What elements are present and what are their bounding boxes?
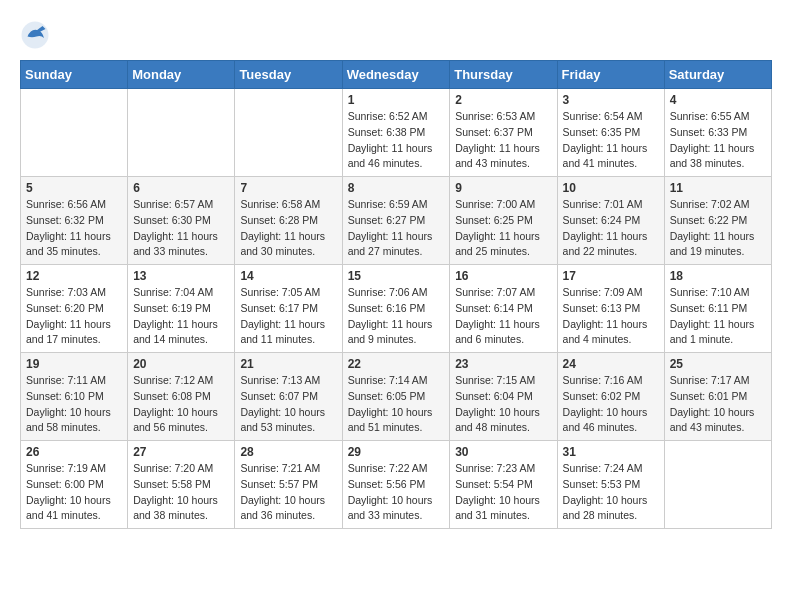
day-info: Sunrise: 7:11 AM Sunset: 6:10 PM Dayligh…: [26, 373, 122, 436]
calendar-cell: 3Sunrise: 6:54 AM Sunset: 6:35 PM Daylig…: [557, 89, 664, 177]
day-number: 5: [26, 181, 122, 195]
day-number: 17: [563, 269, 659, 283]
calendar-cell: [21, 89, 128, 177]
calendar-cell: [664, 441, 771, 529]
calendar-week-3: 12Sunrise: 7:03 AM Sunset: 6:20 PM Dayli…: [21, 265, 772, 353]
calendar-cell: [235, 89, 342, 177]
day-number: 23: [455, 357, 551, 371]
day-number: 22: [348, 357, 445, 371]
day-header-thursday: Thursday: [450, 61, 557, 89]
calendar-cell: 27Sunrise: 7:20 AM Sunset: 5:58 PM Dayli…: [128, 441, 235, 529]
calendar-cell: 22Sunrise: 7:14 AM Sunset: 6:05 PM Dayli…: [342, 353, 450, 441]
day-info: Sunrise: 7:09 AM Sunset: 6:13 PM Dayligh…: [563, 285, 659, 348]
calendar-cell: 29Sunrise: 7:22 AM Sunset: 5:56 PM Dayli…: [342, 441, 450, 529]
calendar-cell: 31Sunrise: 7:24 AM Sunset: 5:53 PM Dayli…: [557, 441, 664, 529]
day-number: 28: [240, 445, 336, 459]
day-number: 14: [240, 269, 336, 283]
day-header-monday: Monday: [128, 61, 235, 89]
day-number: 11: [670, 181, 766, 195]
calendar-week-5: 26Sunrise: 7:19 AM Sunset: 6:00 PM Dayli…: [21, 441, 772, 529]
day-number: 19: [26, 357, 122, 371]
day-number: 10: [563, 181, 659, 195]
day-info: Sunrise: 7:13 AM Sunset: 6:07 PM Dayligh…: [240, 373, 336, 436]
day-info: Sunrise: 7:15 AM Sunset: 6:04 PM Dayligh…: [455, 373, 551, 436]
calendar-cell: 17Sunrise: 7:09 AM Sunset: 6:13 PM Dayli…: [557, 265, 664, 353]
day-number: 8: [348, 181, 445, 195]
calendar-cell: 5Sunrise: 6:56 AM Sunset: 6:32 PM Daylig…: [21, 177, 128, 265]
day-info: Sunrise: 6:53 AM Sunset: 6:37 PM Dayligh…: [455, 109, 551, 172]
calendar-cell: 13Sunrise: 7:04 AM Sunset: 6:19 PM Dayli…: [128, 265, 235, 353]
calendar-cell: 19Sunrise: 7:11 AM Sunset: 6:10 PM Dayli…: [21, 353, 128, 441]
calendar-header-row: SundayMondayTuesdayWednesdayThursdayFrid…: [21, 61, 772, 89]
day-info: Sunrise: 7:01 AM Sunset: 6:24 PM Dayligh…: [563, 197, 659, 260]
day-number: 29: [348, 445, 445, 459]
day-number: 9: [455, 181, 551, 195]
day-info: Sunrise: 6:57 AM Sunset: 6:30 PM Dayligh…: [133, 197, 229, 260]
calendar-cell: 26Sunrise: 7:19 AM Sunset: 6:00 PM Dayli…: [21, 441, 128, 529]
day-number: 27: [133, 445, 229, 459]
day-header-sunday: Sunday: [21, 61, 128, 89]
day-number: 25: [670, 357, 766, 371]
calendar-week-4: 19Sunrise: 7:11 AM Sunset: 6:10 PM Dayli…: [21, 353, 772, 441]
calendar-cell: 2Sunrise: 6:53 AM Sunset: 6:37 PM Daylig…: [450, 89, 557, 177]
day-header-wednesday: Wednesday: [342, 61, 450, 89]
day-number: 13: [133, 269, 229, 283]
calendar-cell: 15Sunrise: 7:06 AM Sunset: 6:16 PM Dayli…: [342, 265, 450, 353]
calendar-cell: 23Sunrise: 7:15 AM Sunset: 6:04 PM Dayli…: [450, 353, 557, 441]
day-info: Sunrise: 7:00 AM Sunset: 6:25 PM Dayligh…: [455, 197, 551, 260]
day-info: Sunrise: 7:06 AM Sunset: 6:16 PM Dayligh…: [348, 285, 445, 348]
logo: [20, 20, 54, 50]
calendar-cell: 11Sunrise: 7:02 AM Sunset: 6:22 PM Dayli…: [664, 177, 771, 265]
calendar-cell: 30Sunrise: 7:23 AM Sunset: 5:54 PM Dayli…: [450, 441, 557, 529]
calendar-cell: 21Sunrise: 7:13 AM Sunset: 6:07 PM Dayli…: [235, 353, 342, 441]
calendar-cell: 18Sunrise: 7:10 AM Sunset: 6:11 PM Dayli…: [664, 265, 771, 353]
day-info: Sunrise: 7:17 AM Sunset: 6:01 PM Dayligh…: [670, 373, 766, 436]
calendar-cell: 12Sunrise: 7:03 AM Sunset: 6:20 PM Dayli…: [21, 265, 128, 353]
calendar-cell: 9Sunrise: 7:00 AM Sunset: 6:25 PM Daylig…: [450, 177, 557, 265]
calendar-cell: 4Sunrise: 6:55 AM Sunset: 6:33 PM Daylig…: [664, 89, 771, 177]
day-info: Sunrise: 7:16 AM Sunset: 6:02 PM Dayligh…: [563, 373, 659, 436]
day-number: 12: [26, 269, 122, 283]
calendar-cell: 14Sunrise: 7:05 AM Sunset: 6:17 PM Dayli…: [235, 265, 342, 353]
day-number: 7: [240, 181, 336, 195]
day-header-tuesday: Tuesday: [235, 61, 342, 89]
calendar: SundayMondayTuesdayWednesdayThursdayFrid…: [20, 60, 772, 529]
day-info: Sunrise: 6:52 AM Sunset: 6:38 PM Dayligh…: [348, 109, 445, 172]
day-number: 15: [348, 269, 445, 283]
day-number: 16: [455, 269, 551, 283]
page-header: [20, 20, 772, 50]
day-info: Sunrise: 7:20 AM Sunset: 5:58 PM Dayligh…: [133, 461, 229, 524]
day-info: Sunrise: 7:03 AM Sunset: 6:20 PM Dayligh…: [26, 285, 122, 348]
day-number: 30: [455, 445, 551, 459]
day-info: Sunrise: 7:22 AM Sunset: 5:56 PM Dayligh…: [348, 461, 445, 524]
day-header-saturday: Saturday: [664, 61, 771, 89]
day-number: 3: [563, 93, 659, 107]
day-info: Sunrise: 7:02 AM Sunset: 6:22 PM Dayligh…: [670, 197, 766, 260]
calendar-cell: 8Sunrise: 6:59 AM Sunset: 6:27 PM Daylig…: [342, 177, 450, 265]
day-number: 20: [133, 357, 229, 371]
day-info: Sunrise: 6:59 AM Sunset: 6:27 PM Dayligh…: [348, 197, 445, 260]
day-info: Sunrise: 7:04 AM Sunset: 6:19 PM Dayligh…: [133, 285, 229, 348]
calendar-week-2: 5Sunrise: 6:56 AM Sunset: 6:32 PM Daylig…: [21, 177, 772, 265]
day-info: Sunrise: 6:54 AM Sunset: 6:35 PM Dayligh…: [563, 109, 659, 172]
calendar-cell: 7Sunrise: 6:58 AM Sunset: 6:28 PM Daylig…: [235, 177, 342, 265]
day-info: Sunrise: 7:12 AM Sunset: 6:08 PM Dayligh…: [133, 373, 229, 436]
day-number: 4: [670, 93, 766, 107]
day-info: Sunrise: 7:23 AM Sunset: 5:54 PM Dayligh…: [455, 461, 551, 524]
day-number: 6: [133, 181, 229, 195]
calendar-cell: 28Sunrise: 7:21 AM Sunset: 5:57 PM Dayli…: [235, 441, 342, 529]
day-number: 26: [26, 445, 122, 459]
calendar-cell: 24Sunrise: 7:16 AM Sunset: 6:02 PM Dayli…: [557, 353, 664, 441]
day-info: Sunrise: 7:10 AM Sunset: 6:11 PM Dayligh…: [670, 285, 766, 348]
day-number: 31: [563, 445, 659, 459]
day-info: Sunrise: 6:58 AM Sunset: 6:28 PM Dayligh…: [240, 197, 336, 260]
calendar-cell: 6Sunrise: 6:57 AM Sunset: 6:30 PM Daylig…: [128, 177, 235, 265]
day-info: Sunrise: 7:07 AM Sunset: 6:14 PM Dayligh…: [455, 285, 551, 348]
day-number: 18: [670, 269, 766, 283]
day-info: Sunrise: 7:24 AM Sunset: 5:53 PM Dayligh…: [563, 461, 659, 524]
day-info: Sunrise: 6:55 AM Sunset: 6:33 PM Dayligh…: [670, 109, 766, 172]
day-info: Sunrise: 7:14 AM Sunset: 6:05 PM Dayligh…: [348, 373, 445, 436]
day-info: Sunrise: 6:56 AM Sunset: 6:32 PM Dayligh…: [26, 197, 122, 260]
day-number: 2: [455, 93, 551, 107]
day-info: Sunrise: 7:05 AM Sunset: 6:17 PM Dayligh…: [240, 285, 336, 348]
